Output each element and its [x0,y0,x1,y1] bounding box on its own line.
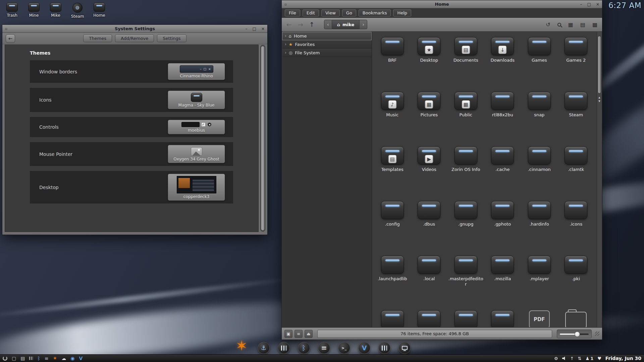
dock-item-computer[interactable] [398,342,411,354]
folder-item[interactable]: .clamtk [558,146,595,201]
folder-item[interactable]: Music [374,92,411,146]
starburst-icon[interactable] [53,355,57,361]
v-icon[interactable] [79,356,83,361]
folder-item[interactable]: .hardinfo [521,201,558,256]
folder-item[interactable]: BRF [374,37,411,92]
theme-preview-button[interactable]: Oxygen 34 Grey Ghost [168,145,225,163]
file-grid-scrollbar[interactable] [597,32,602,327]
desktop-icon-mike[interactable]: Mike [47,3,64,19]
zoom-slider-knob[interactable] [575,331,580,337]
desktop-icon-home[interactable]: Home [91,3,108,19]
sidebar-item-home[interactable]: Home [282,32,372,40]
tab-settings[interactable]: Settings [157,35,186,42]
menu-bookmarks[interactable]: Bookmarks [359,9,391,16]
maximize-icon[interactable] [253,26,256,31]
scrollbar-thumb[interactable] [598,36,601,94]
folder-item[interactable]: Games 2 [558,37,595,92]
folder-item[interactable]: .cinnamon [521,146,558,201]
folder-item[interactable]: .mozilla [484,256,521,310]
bluetooth-icon[interactable] [37,356,40,361]
globe-icon[interactable] [70,356,74,361]
gear-icon[interactable] [554,356,558,361]
workspace-indicator[interactable]: 1 [586,356,594,361]
reload-icon[interactable] [546,21,550,28]
folder-item[interactable]: rtl88x2bu [484,92,521,146]
files-icon[interactable] [20,356,25,361]
theme-preview-button[interactable]: Magma - Sky Blue [168,90,225,109]
heart-icon[interactable] [597,356,601,361]
minimize-icon[interactable] [246,26,248,31]
close-icon[interactable] [261,26,265,31]
folder-item[interactable]: .dbus [411,201,448,256]
file-item[interactable]: PDF [521,310,558,327]
sidebar-item-file-system[interactable]: File System [282,49,372,57]
tab-add-remove[interactable]: Add/Remove [115,35,154,42]
compact-view-icon[interactable] [592,21,597,28]
folder-item[interactable]: .cache [484,146,521,201]
theme-preview-button[interactable]: copperdeck3 [168,174,225,201]
folder-item[interactable]: Public [447,92,484,146]
tab-themes[interactable]: Themes [83,35,112,42]
menu-go[interactable]: Go [342,9,356,16]
expander-icon[interactable] [285,50,286,55]
breadcrumb-current[interactable]: mike [332,20,359,29]
file-item[interactable] [558,310,595,327]
eject-button[interactable] [305,330,313,338]
dock-item-v[interactable] [358,342,370,354]
dock-item-terminal[interactable] [338,342,350,354]
file-manager-titlebar[interactable]: Home [282,0,602,8]
scrollbar-thumb[interactable] [261,46,265,231]
folder-item[interactable]: .masterpdfeditor [447,256,484,310]
mixer-icon[interactable] [29,357,33,360]
folder-item[interactable]: Templates [374,146,411,201]
list-view-icon[interactable] [580,21,585,28]
folder-item[interactable]: .icons [558,201,595,256]
folder-item[interactable]: .config [374,201,411,256]
grid-view-icon[interactable] [568,21,573,28]
folder-item[interactable]: Documents [447,37,484,92]
breadcrumb-prev-button[interactable] [324,20,332,29]
expander-icon[interactable] [285,42,286,47]
folder-item[interactable]: .launchpadlib [374,256,411,310]
expander-icon[interactable] [285,34,286,38]
settings-scrollbar[interactable] [260,45,265,232]
menu-view[interactable]: View [321,9,340,16]
folder-item[interactable]: Videos [411,146,448,201]
dock-item-mixer[interactable] [278,342,290,354]
dock-item-launcher[interactable] [233,338,250,354]
up-arrow-icon[interactable] [570,356,574,361]
close-icon[interactable] [596,2,599,7]
toggle-places-button[interactable] [284,330,292,338]
desktop-icon-trash[interactable]: Trash [3,3,21,19]
theme-preview-button[interactable]: moebius [168,120,225,134]
sidebar-item-favorites[interactable]: Favorites [282,40,372,49]
folder-item[interactable]: Downloads [484,37,521,92]
volume-icon[interactable] [562,357,566,360]
folder-item[interactable]: .local [411,256,448,310]
back-button[interactable] [286,21,292,28]
zoom-slider[interactable] [557,329,592,338]
folder-item[interactable]: .gphoto [484,201,521,256]
up-button[interactable] [309,21,315,28]
windows-icon[interactable] [12,356,16,361]
folder-item[interactable]: .mplayer [521,256,558,310]
file-item[interactable] [484,310,521,327]
list-icon[interactable] [45,356,49,361]
dock-item-bluetooth[interactable] [298,342,310,354]
file-item[interactable] [447,310,484,327]
resize-grip[interactable] [595,331,599,336]
toggle-treeview-button[interactable] [294,330,303,338]
scroll-down-icon[interactable] [598,100,600,103]
folder-item[interactable]: Pictures [411,92,448,146]
desktop-icon-mine[interactable]: Mine [25,3,43,19]
menu-help[interactable]: Help [393,9,411,16]
search-icon[interactable] [557,23,561,26]
folder-item[interactable]: snap [521,92,558,146]
menu-file[interactable]: File [285,9,300,16]
folder-item[interactable]: Steam [558,92,595,146]
folder-item[interactable]: Games [521,37,558,92]
menu-logo-icon[interactable] [3,356,7,361]
file-item[interactable] [374,310,411,327]
theme-preview-button[interactable]: Cinnamox-Rhino [168,63,225,80]
taskbar-date[interactable]: Friday, Jun 30 [605,356,641,361]
